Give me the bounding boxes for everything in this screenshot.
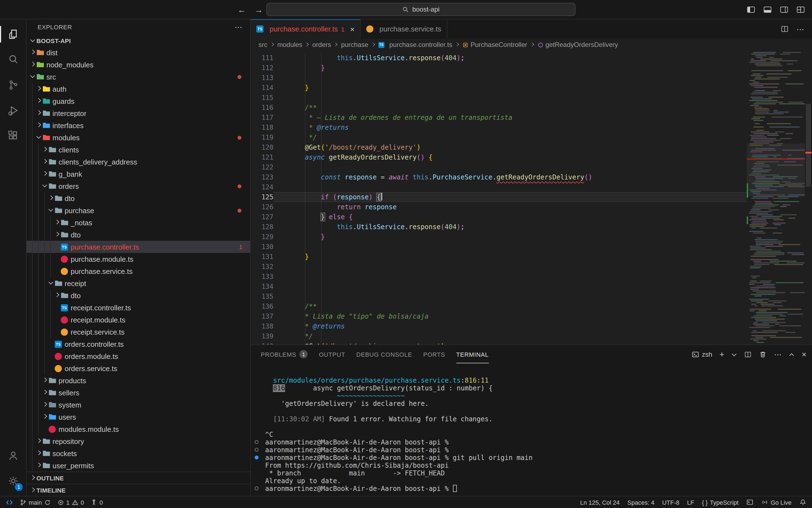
tree-item-system[interactable]: system (27, 399, 250, 411)
chevron-right-icon[interactable] (47, 195, 55, 202)
tree-item-orders.controller.ts[interactable]: TSorders.controller.ts (27, 338, 250, 350)
code-line-126[interactable]: 126 return response (251, 202, 747, 212)
tree-item-auth[interactable]: auth (27, 83, 250, 95)
code-line-119[interactable]: 119 */ (251, 132, 747, 142)
overview-ruler[interactable] (805, 51, 812, 345)
toggle-sidebar-right-icon[interactable] (779, 5, 789, 14)
chevron-right-icon[interactable] (41, 389, 49, 396)
code-line-117[interactable]: 117 * — Lista de ordenes de entrega de u… (251, 113, 747, 123)
nav-back-icon[interactable]: ← (238, 5, 246, 14)
terminal[interactable]: src/modules/orders/purchase/purchase.ser… (251, 363, 812, 496)
toggle-panel-icon[interactable] (763, 5, 772, 14)
toggle-sidebar-left-icon[interactable] (746, 5, 756, 14)
panel-tab-debug-console[interactable]: DEBUG CONSOLE (356, 345, 412, 363)
tree-item-purchase.controller.ts[interactable]: TSpurchase.controller.ts1 (27, 241, 250, 253)
terminal-profile-button[interactable]: zsh (692, 350, 712, 358)
activity-search-icon[interactable] (0, 47, 26, 72)
code-line-121[interactable]: 121 async getReadyOrdersDelivery() { (251, 153, 747, 162)
chevron-down-icon[interactable] (47, 207, 55, 214)
panel-tab-ports[interactable]: PORTS (423, 345, 445, 363)
account-icon[interactable] (0, 443, 27, 468)
tab-purchase-controller[interactable]: TS purchase.controller.ts 1 × (251, 19, 361, 39)
code-line-116[interactable]: 116 /** (251, 103, 747, 113)
tree-item-clients_delivery_address[interactable]: clients_delivery_address (27, 156, 250, 168)
code-line-123[interactable]: 123 const response = await this.Purchase… (251, 172, 747, 182)
tree-item-guards[interactable]: guards (27, 95, 250, 107)
code-line-139[interactable]: 139 */ (251, 331, 747, 341)
close-panel-icon[interactable]: × (802, 349, 807, 359)
git-branch-button[interactable]: main (20, 499, 51, 506)
tree-item-modules[interactable]: modules (27, 131, 250, 143)
editor-more-actions-icon[interactable]: ⋯ (797, 25, 804, 33)
breadcrumb-item-class[interactable]: PurchaseController (462, 41, 527, 49)
chevron-right-icon[interactable] (41, 146, 49, 154)
code-line-138[interactable]: 138 * @returns (251, 322, 747, 331)
tab-purchase-service[interactable]: purchase.service.ts (361, 19, 447, 39)
activity-explorer-icon[interactable] (0, 22, 26, 47)
go-live-button[interactable]: Go Live (761, 499, 791, 506)
panel-tab-terminal[interactable]: TERMINAL (456, 345, 489, 363)
chevron-right-icon[interactable] (35, 462, 43, 469)
code-line-131[interactable]: 131 } (251, 252, 747, 262)
tree-item-receipt.service.ts[interactable]: receipt.service.ts (27, 326, 250, 338)
tree-item-interfaces[interactable]: interfaces (27, 119, 250, 131)
activity-run-debug-icon[interactable] (0, 98, 26, 123)
code-line-122[interactable]: 122 (251, 162, 747, 172)
chevron-down-icon[interactable] (35, 134, 43, 141)
code-line-136[interactable]: 136 /** (251, 301, 747, 311)
problems-button[interactable]: 1 0 (57, 499, 84, 506)
panel-more-actions-icon[interactable]: ⋯ (774, 350, 782, 358)
breadcrumb-item[interactable]: purchase (341, 41, 368, 49)
encoding[interactable]: UTF-8 (662, 499, 679, 506)
chevron-right-icon[interactable] (35, 122, 43, 129)
indentation[interactable]: Spaces: 4 (627, 499, 655, 506)
tree-item-clients[interactable]: clients (27, 143, 250, 156)
tree-item-sockets[interactable]: sockets (27, 447, 250, 459)
tree-item-purchase[interactable]: purchase (27, 204, 250, 216)
kill-terminal-trash-icon[interactable] (759, 350, 767, 358)
tree-item-dist[interactable]: dist (27, 46, 250, 58)
tree-item-purchase.module.ts[interactable]: purchase.module.ts (27, 253, 250, 265)
chevron-right-icon[interactable] (35, 109, 43, 117)
tree-item-receipt.controller.ts[interactable]: TSreceipt.controller.ts (27, 301, 250, 313)
close-icon[interactable]: × (350, 25, 354, 33)
code-line-134[interactable]: 134 (251, 282, 747, 292)
code-line-113[interactable]: 113 (251, 73, 747, 83)
split-editor-icon[interactable] (780, 25, 789, 33)
ports-button[interactable]: 0 (91, 499, 103, 506)
breadcrumb-item-method[interactable]: getReadyOrdersDelivery (537, 41, 618, 49)
customize-layout-icon[interactable] (796, 5, 805, 14)
language-mode[interactable]: { } TypeScript (702, 499, 738, 506)
code-line-127[interactable]: 127 } else { (251, 212, 747, 222)
code-line-111[interactable]: 111 this.UtilsService.response(404); (251, 53, 747, 63)
code-line-120[interactable]: 120 @Get('/boost/ready_delivery') (251, 142, 747, 153)
chevron-right-icon[interactable] (35, 450, 43, 457)
eol-sequence[interactable]: LF (687, 499, 694, 506)
nav-forward-icon[interactable]: → (255, 5, 263, 14)
chevron-right-icon[interactable] (53, 231, 61, 239)
workspace-root[interactable]: BOOST-API (27, 35, 250, 46)
chevron-down-icon[interactable] (29, 73, 36, 81)
tree-item-src[interactable]: src (27, 71, 250, 83)
tree-item-node_modules[interactable]: node_modules (27, 58, 250, 71)
chevron-right-icon[interactable] (41, 401, 49, 409)
code-line-112[interactable]: 112 } (251, 63, 747, 73)
code-line-140[interactable]: 140 @Get('/boost/packing_groups_types') (251, 341, 747, 345)
chevron-right-icon[interactable] (41, 170, 49, 178)
chevron-down-icon[interactable] (47, 280, 55, 287)
outline-section[interactable]: OUTLINE (27, 472, 250, 484)
tree-item-users[interactable]: users (27, 411, 250, 423)
command-decoration-icon[interactable] (255, 440, 258, 444)
code-line-128[interactable]: 128 this.UtilsService.response(404); (251, 222, 747, 232)
scrollbar-thumb[interactable] (806, 104, 811, 186)
code-line-129[interactable]: 129 } (251, 232, 747, 242)
code-line-137[interactable]: 137 * Lista de "tipo" de bolsa/caja (251, 311, 747, 322)
code-editor[interactable]: 111 this.UtilsService.response(404);112 … (251, 51, 812, 345)
tree-item-sellers[interactable]: sellers (27, 386, 250, 399)
terminal-launch-dropdown-icon[interactable] (731, 351, 737, 357)
tree-item-user_permits[interactable]: user_permits (27, 459, 250, 472)
panel-tab-output[interactable]: OUTPUT (319, 345, 345, 363)
tree-item-receipt.module.ts[interactable]: receipt.module.ts (27, 313, 250, 326)
tree-item-orders.service.ts[interactable]: orders.service.ts (27, 362, 250, 374)
panel-tab-problems[interactable]: PROBLEMS 1 (261, 345, 308, 363)
